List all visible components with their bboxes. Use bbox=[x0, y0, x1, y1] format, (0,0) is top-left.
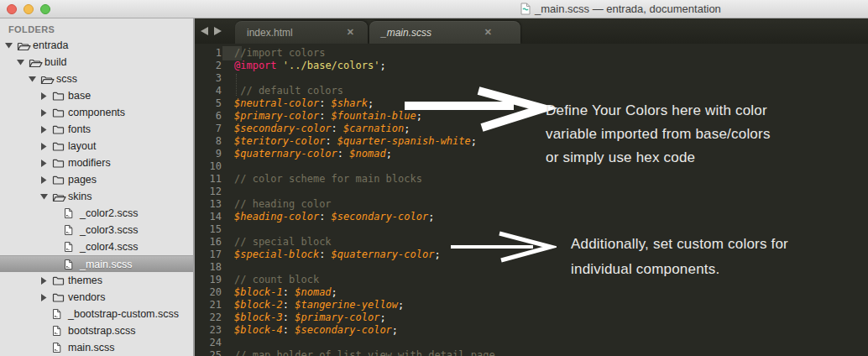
disclosure-slot[interactable] bbox=[40, 193, 52, 200]
sidebar-item-vendors[interactable]: vendors bbox=[0, 289, 193, 306]
token-comment: // map holder of list view with detail p… bbox=[234, 349, 495, 356]
tab-scroll-right-icon[interactable] bbox=[214, 27, 222, 35]
disclosure-closed-icon bbox=[40, 277, 47, 285]
disclosure-slot[interactable] bbox=[5, 42, 17, 49]
tab-close-icon[interactable]: ✕ bbox=[484, 27, 492, 38]
sidebar-item-color4-scss[interactable]: _color4.scss bbox=[0, 238, 193, 255]
line-content: $neutral-color: $shark; bbox=[228, 97, 374, 110]
item-icon bbox=[52, 342, 68, 353]
sidebar-item-label: entrada bbox=[33, 39, 68, 51]
sidebar-item-color2-scss[interactable]: _color2.scss bbox=[0, 205, 193, 222]
disclosure-slot[interactable] bbox=[40, 294, 52, 301]
code-line-3[interactable]: 3 bbox=[195, 72, 868, 85]
line-content: $teritory-color: $quarter-spanish-white; bbox=[228, 135, 477, 148]
disclosure-slot[interactable] bbox=[40, 126, 52, 134]
code-line-13[interactable]: 13// heading color bbox=[195, 198, 868, 211]
disclosure-slot[interactable] bbox=[40, 109, 52, 117]
line-number: 13 bbox=[195, 198, 228, 211]
sidebar: FOLDERS entradabuildscssbasecomponentsfo… bbox=[0, 18, 195, 356]
sidebar-item-scss[interactable]: scss bbox=[0, 71, 193, 87]
line-content: $block-3: $primary-color; bbox=[228, 312, 386, 324]
file-icon bbox=[64, 224, 73, 236]
token-var: $primary-color bbox=[295, 312, 379, 323]
sidebar-item-layout[interactable]: layout bbox=[0, 138, 193, 154]
sidebar-item-themes[interactable]: themes bbox=[0, 272, 193, 289]
disclosure-slot[interactable] bbox=[40, 176, 52, 184]
annotation-text-1: Define Your Colors here with color varia… bbox=[546, 102, 823, 173]
zoom-window-button[interactable] bbox=[40, 4, 50, 14]
file-icon bbox=[52, 308, 61, 320]
line-content: $block-1: $nomad; bbox=[228, 286, 337, 299]
code-line-21[interactable]: 21$block-2: $tangerine-yellow; bbox=[195, 299, 868, 312]
sidebar-item-label: fonts bbox=[68, 123, 91, 135]
sidebar-item-skins[interactable]: skins bbox=[0, 188, 193, 205]
code-line-12[interactable]: 12 bbox=[195, 186, 868, 198]
sidebar-item-bootstrap-custom-scss[interactable]: _bootstrap-custom.scss bbox=[0, 306, 193, 322]
minimize-window-button[interactable] bbox=[24, 4, 34, 14]
token-comment: // color scheme for main blocks bbox=[234, 173, 422, 185]
sidebar-item-bootstrap-scss[interactable]: bootstrap.scss bbox=[0, 322, 193, 339]
sidebar-item-entrada[interactable]: entrada bbox=[0, 37, 193, 54]
line-content: $quaternary-color: $nomad; bbox=[228, 148, 392, 160]
line-content: // count block bbox=[228, 274, 319, 286]
disclosure-slot[interactable] bbox=[40, 160, 52, 167]
code-line-23[interactable]: 23$block-4: $secondary-color; bbox=[195, 324, 868, 337]
item-icon bbox=[52, 107, 68, 118]
sidebar-item-modifiers[interactable]: modifiers bbox=[0, 154, 193, 171]
item-icon bbox=[52, 158, 68, 168]
annotation-1-line-1: Define Your Colors here with color bbox=[546, 102, 823, 126]
titlebar: _main.scss — entrada, documentation bbox=[0, 0, 868, 18]
disclosure-slot[interactable] bbox=[40, 92, 52, 100]
line-content bbox=[228, 186, 234, 198]
window-title-group: _main.scss — entrada, documentation bbox=[520, 3, 721, 15]
sidebar-item-color3-scss[interactable]: _color3.scss bbox=[0, 222, 193, 238]
line-number: 21 bbox=[195, 299, 228, 312]
token-plain: : bbox=[283, 312, 295, 323]
tab-close-icon[interactable]: ✕ bbox=[347, 27, 354, 38]
token-plain: ; bbox=[398, 299, 404, 311]
code-line-2[interactable]: 2@import '../base/colors'; bbox=[195, 60, 868, 72]
sidebar-item-label: main.scss bbox=[68, 342, 115, 353]
folder-icon bbox=[52, 107, 65, 118]
code-line-22[interactable]: 22$block-3: $primary-color; bbox=[195, 312, 868, 324]
disclosure-slot[interactable] bbox=[29, 76, 40, 82]
sidebar-item-base[interactable]: base bbox=[0, 87, 193, 104]
tab-index-html[interactable]: index.html✕ bbox=[235, 21, 368, 44]
line-number: 25 bbox=[195, 349, 228, 356]
token-comment: //import colors bbox=[234, 47, 325, 59]
line-content: // heading color bbox=[228, 198, 332, 211]
sidebar-item-fonts[interactable]: fonts bbox=[0, 121, 193, 138]
line-content bbox=[228, 223, 234, 236]
sidebar-item-main-scss[interactable]: _main.scss bbox=[0, 255, 193, 272]
window-title: _main.scss — entrada, documentation bbox=[535, 3, 721, 15]
annotation-arrow-1-icon bbox=[399, 86, 558, 132]
token-var: $quaternary-color bbox=[332, 249, 435, 260]
close-window-button[interactable] bbox=[7, 4, 17, 14]
sidebar-item-main-scss[interactable]: main.scss bbox=[0, 339, 193, 356]
line-number: 7 bbox=[195, 123, 228, 135]
disclosure-slot[interactable] bbox=[17, 59, 29, 65]
sidebar-item-label: base bbox=[68, 90, 91, 102]
line-number: 8 bbox=[195, 135, 228, 148]
tab-scroll-left-icon[interactable] bbox=[200, 27, 208, 35]
code-line-14[interactable]: 14$heading-color: $secondary-color; bbox=[195, 211, 868, 223]
sidebar-item-label: modifiers bbox=[68, 157, 111, 169]
token-var: $tangerine-yellow bbox=[295, 299, 398, 311]
token-plain: : bbox=[283, 286, 295, 298]
code-line-11[interactable]: 11// color scheme for main blocks bbox=[195, 173, 868, 186]
token-plain: ; bbox=[386, 148, 392, 160]
line-number: 16 bbox=[195, 236, 228, 249]
code-line-25[interactable]: 25// map holder of list view with detail… bbox=[195, 349, 868, 356]
code-line-20[interactable]: 20$block-1: $nomad; bbox=[195, 286, 868, 299]
sidebar-item-components[interactable]: components bbox=[0, 104, 193, 121]
tab-main-scss[interactable]: _main.scss✕ bbox=[369, 21, 520, 44]
disclosure-slot[interactable] bbox=[40, 143, 52, 150]
sidebar-item-pages[interactable]: pages bbox=[0, 171, 193, 188]
code-line-24[interactable]: 24 bbox=[195, 337, 868, 349]
code-line-1[interactable]: 1//import colors bbox=[195, 47, 868, 60]
sidebar-item-build[interactable]: build bbox=[0, 54, 193, 71]
sidebar-item-label: scss bbox=[56, 73, 77, 85]
disclosure-slot[interactable] bbox=[40, 277, 52, 285]
sidebar-item-label: bootstrap.scss bbox=[68, 325, 136, 337]
line-content: $block-4: $secondary-color; bbox=[228, 324, 398, 337]
